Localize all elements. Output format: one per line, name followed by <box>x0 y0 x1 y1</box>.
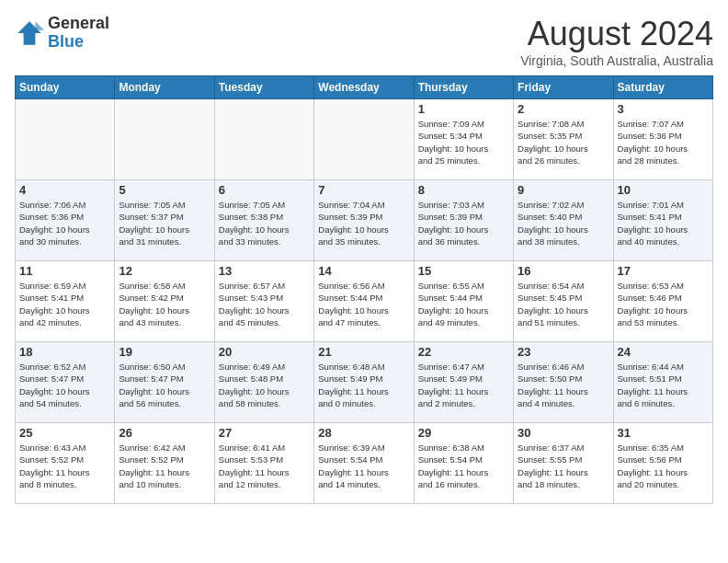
calendar-cell: 3Sunrise: 7:07 AM Sunset: 5:36 PM Daylig… <box>613 99 712 180</box>
day-info: Sunrise: 7:02 AM Sunset: 5:40 PM Dayligh… <box>518 199 609 247</box>
day-number: 25 <box>19 426 110 440</box>
day-info: Sunrise: 6:59 AM Sunset: 5:41 PM Dayligh… <box>19 280 110 328</box>
calendar-cell: 16Sunrise: 6:54 AM Sunset: 5:45 PM Dayli… <box>514 261 613 342</box>
day-number: 17 <box>618 264 709 278</box>
day-number: 7 <box>318 183 409 197</box>
day-number: 12 <box>119 264 210 278</box>
day-info: Sunrise: 6:44 AM Sunset: 5:51 PM Dayligh… <box>618 361 709 409</box>
calendar-cell: 13Sunrise: 6:57 AM Sunset: 5:43 PM Dayli… <box>214 261 313 342</box>
week-row-4: 18Sunrise: 6:52 AM Sunset: 5:47 PM Dayli… <box>16 342 713 423</box>
calendar-cell: 28Sunrise: 6:39 AM Sunset: 5:54 PM Dayli… <box>314 423 414 504</box>
calendar-cell: 26Sunrise: 6:42 AM Sunset: 5:52 PM Dayli… <box>115 423 214 504</box>
calendar-table: Sunday Monday Tuesday Wednesday Thursday… <box>15 75 713 504</box>
day-info: Sunrise: 7:07 AM Sunset: 5:36 PM Dayligh… <box>618 118 709 167</box>
day-info: Sunrise: 6:42 AM Sunset: 5:52 PM Dayligh… <box>119 442 210 490</box>
week-row-3: 11Sunrise: 6:59 AM Sunset: 5:41 PM Dayli… <box>16 261 713 342</box>
col-tuesday: Tuesday <box>214 76 313 99</box>
day-number: 8 <box>418 183 509 197</box>
day-info: Sunrise: 6:53 AM Sunset: 5:46 PM Dayligh… <box>618 280 709 328</box>
title-area: August 2024 Virginia, South Australia, A… <box>520 15 713 68</box>
calendar-cell: 31Sunrise: 6:35 AM Sunset: 5:56 PM Dayli… <box>613 423 712 504</box>
week-row-5: 25Sunrise: 6:43 AM Sunset: 5:52 PM Dayli… <box>16 423 713 504</box>
calendar-cell: 18Sunrise: 6:52 AM Sunset: 5:47 PM Dayli… <box>16 342 115 423</box>
day-number: 30 <box>518 426 609 440</box>
svg-marker-1 <box>35 21 44 30</box>
day-number: 10 <box>618 183 709 197</box>
calendar-cell <box>214 99 313 180</box>
day-number: 2 <box>518 102 609 116</box>
calendar-cell: 22Sunrise: 6:47 AM Sunset: 5:49 PM Dayli… <box>414 342 513 423</box>
calendar-cell: 29Sunrise: 6:38 AM Sunset: 5:54 PM Dayli… <box>414 423 513 504</box>
col-monday: Monday <box>115 76 214 99</box>
day-info: Sunrise: 6:38 AM Sunset: 5:54 PM Dayligh… <box>418 442 509 490</box>
day-info: Sunrise: 7:01 AM Sunset: 5:41 PM Dayligh… <box>618 199 709 247</box>
calendar-cell: 19Sunrise: 6:50 AM Sunset: 5:47 PM Dayli… <box>115 342 214 423</box>
day-number: 24 <box>618 345 709 359</box>
calendar-cell <box>115 99 214 180</box>
day-number: 3 <box>618 102 709 116</box>
day-info: Sunrise: 6:47 AM Sunset: 5:49 PM Dayligh… <box>418 361 509 409</box>
day-info: Sunrise: 6:48 AM Sunset: 5:49 PM Dayligh… <box>318 361 409 409</box>
calendar-cell: 21Sunrise: 6:48 AM Sunset: 5:49 PM Dayli… <box>314 342 414 423</box>
day-number: 16 <box>518 264 609 278</box>
day-number: 9 <box>518 183 609 197</box>
calendar-cell: 9Sunrise: 7:02 AM Sunset: 5:40 PM Daylig… <box>514 180 613 261</box>
day-info: Sunrise: 7:04 AM Sunset: 5:39 PM Dayligh… <box>318 199 409 247</box>
calendar-cell: 25Sunrise: 6:43 AM Sunset: 5:52 PM Dayli… <box>16 423 115 504</box>
day-info: Sunrise: 6:57 AM Sunset: 5:43 PM Dayligh… <box>219 280 310 328</box>
logo-text: General Blue <box>48 15 109 52</box>
calendar-cell: 4Sunrise: 7:06 AM Sunset: 5:36 PM Daylig… <box>16 180 115 261</box>
day-number: 22 <box>418 345 509 359</box>
calendar-cell: 23Sunrise: 6:46 AM Sunset: 5:50 PM Dayli… <box>514 342 613 423</box>
calendar-cell: 10Sunrise: 7:01 AM Sunset: 5:41 PM Dayli… <box>613 180 712 261</box>
month-title: August 2024 <box>520 15 713 53</box>
day-info: Sunrise: 6:43 AM Sunset: 5:52 PM Dayligh… <box>19 442 110 490</box>
col-thursday: Thursday <box>414 76 513 99</box>
day-number: 27 <box>219 426 310 440</box>
calendar-cell: 17Sunrise: 6:53 AM Sunset: 5:46 PM Dayli… <box>613 261 712 342</box>
day-number: 14 <box>318 264 409 278</box>
day-info: Sunrise: 6:55 AM Sunset: 5:44 PM Dayligh… <box>418 280 509 328</box>
calendar-cell: 14Sunrise: 6:56 AM Sunset: 5:44 PM Dayli… <box>314 261 414 342</box>
weekday-row: Sunday Monday Tuesday Wednesday Thursday… <box>16 76 713 99</box>
calendar-header: Sunday Monday Tuesday Wednesday Thursday… <box>16 76 713 99</box>
day-info: Sunrise: 6:58 AM Sunset: 5:42 PM Dayligh… <box>119 280 210 328</box>
day-info: Sunrise: 6:50 AM Sunset: 5:47 PM Dayligh… <box>119 361 210 409</box>
calendar-cell: 6Sunrise: 7:05 AM Sunset: 5:38 PM Daylig… <box>214 180 313 261</box>
day-number: 18 <box>19 345 110 359</box>
day-number: 1 <box>418 102 509 116</box>
day-number: 11 <box>19 264 110 278</box>
location-subtitle: Virginia, South Australia, Australia <box>520 53 713 68</box>
day-info: Sunrise: 7:08 AM Sunset: 5:35 PM Dayligh… <box>518 118 609 167</box>
calendar-cell: 20Sunrise: 6:49 AM Sunset: 5:48 PM Dayli… <box>214 342 313 423</box>
calendar-cell <box>314 99 414 180</box>
day-number: 15 <box>418 264 509 278</box>
day-info: Sunrise: 6:35 AM Sunset: 5:56 PM Dayligh… <box>618 442 709 490</box>
day-info: Sunrise: 6:41 AM Sunset: 5:53 PM Dayligh… <box>219 442 310 490</box>
day-info: Sunrise: 6:39 AM Sunset: 5:54 PM Dayligh… <box>318 442 409 490</box>
day-number: 4 <box>19 183 110 197</box>
calendar-cell: 15Sunrise: 6:55 AM Sunset: 5:44 PM Dayli… <box>414 261 513 342</box>
col-sunday: Sunday <box>16 76 115 99</box>
week-row-2: 4Sunrise: 7:06 AM Sunset: 5:36 PM Daylig… <box>16 180 713 261</box>
calendar-cell: 30Sunrise: 6:37 AM Sunset: 5:55 PM Dayli… <box>514 423 613 504</box>
calendar-cell: 11Sunrise: 6:59 AM Sunset: 5:41 PM Dayli… <box>16 261 115 342</box>
day-info: Sunrise: 6:52 AM Sunset: 5:47 PM Dayligh… <box>19 361 110 409</box>
day-number: 19 <box>119 345 210 359</box>
day-number: 26 <box>119 426 210 440</box>
day-info: Sunrise: 6:54 AM Sunset: 5:45 PM Dayligh… <box>518 280 609 328</box>
calendar-cell: 1Sunrise: 7:09 AM Sunset: 5:34 PM Daylig… <box>414 99 513 180</box>
calendar-cell: 12Sunrise: 6:58 AM Sunset: 5:42 PM Dayli… <box>115 261 214 342</box>
week-row-1: 1Sunrise: 7:09 AM Sunset: 5:34 PM Daylig… <box>16 99 713 180</box>
day-number: 13 <box>219 264 310 278</box>
day-info: Sunrise: 7:09 AM Sunset: 5:34 PM Dayligh… <box>418 118 509 167</box>
day-info: Sunrise: 7:03 AM Sunset: 5:39 PM Dayligh… <box>418 199 509 247</box>
col-friday: Friday <box>514 76 613 99</box>
day-number: 21 <box>318 345 409 359</box>
day-info: Sunrise: 7:06 AM Sunset: 5:36 PM Dayligh… <box>19 199 110 247</box>
calendar-cell: 8Sunrise: 7:03 AM Sunset: 5:39 PM Daylig… <box>414 180 513 261</box>
calendar-cell <box>16 99 115 180</box>
calendar-cell: 27Sunrise: 6:41 AM Sunset: 5:53 PM Dayli… <box>214 423 313 504</box>
calendar-cell: 2Sunrise: 7:08 AM Sunset: 5:35 PM Daylig… <box>514 99 613 180</box>
col-wednesday: Wednesday <box>314 76 414 99</box>
